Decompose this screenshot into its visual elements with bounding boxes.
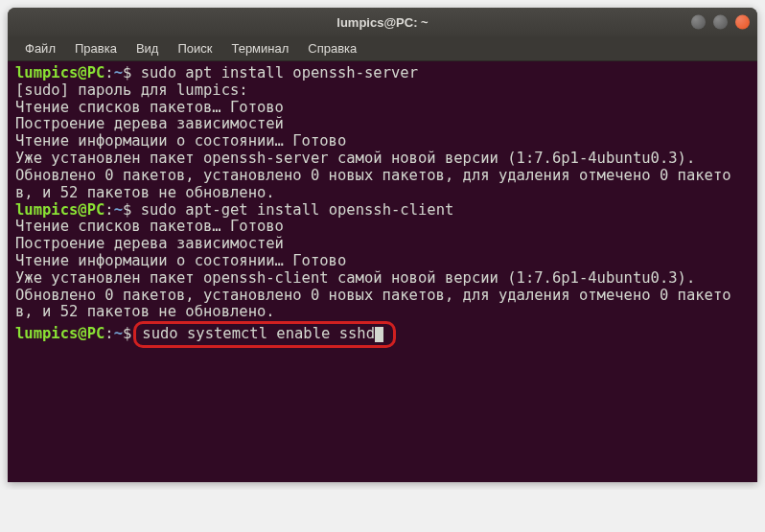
output-line: Обновлено 0 пакетов, установлено 0 новых… xyxy=(15,168,750,185)
prompt-line-1: lumpics@PC:~$ sudo apt install openssh-s… xyxy=(15,65,750,82)
prompt-path: ~ xyxy=(114,64,123,81)
menu-help[interactable]: Справка xyxy=(300,39,364,58)
prompt-path: ~ xyxy=(114,201,123,219)
window-controls xyxy=(691,15,750,30)
menu-view[interactable]: Вид xyxy=(128,39,167,58)
output-line: Построение дерева зависимостей xyxy=(15,236,750,253)
menu-file[interactable]: Файл xyxy=(17,39,63,58)
cursor-icon xyxy=(375,327,383,342)
minimize-button[interactable] xyxy=(691,15,706,30)
menubar: Файл Правка Вид Поиск Терминал Справка xyxy=(8,36,757,61)
prompt-line-2: lumpics@PC:~$ sudo apt-get install opens… xyxy=(15,202,750,220)
menu-edit[interactable]: Правка xyxy=(67,39,125,58)
prompt-line-3: lumpics@PC:~$sudo systemctl enable sshd xyxy=(15,321,750,348)
maximize-button[interactable] xyxy=(713,15,728,30)
command-text: sudo systemctl enable sshd xyxy=(142,325,375,342)
output-line: Чтение списков пакетов… Готово xyxy=(15,219,750,236)
terminal-output[interactable]: lumpics@PC:~$ sudo apt install openssh-s… xyxy=(8,61,757,482)
output-line: Уже установлен пакет openssh-server само… xyxy=(15,150,750,168)
prompt-path: ~ xyxy=(114,325,123,342)
prompt-user: lumpics@PC xyxy=(15,201,104,219)
output-line: Обновлено 0 пакетов, установлено 0 новых… xyxy=(15,288,750,305)
menu-terminal[interactable]: Терминал xyxy=(223,39,296,58)
prompt-user: lumpics@PC xyxy=(15,325,104,342)
titlebar: lumpics@PC: ~ xyxy=(8,8,757,36)
output-line: Чтение информации о состоянии… Готово xyxy=(15,133,750,150)
command-text: sudo apt install openssh-server xyxy=(141,64,418,81)
output-line: в, и 52 пакетов не обновлено. xyxy=(15,304,750,321)
window-title: lumpics@PC: ~ xyxy=(336,15,428,30)
output-line: Уже установлен пакет openssh-client само… xyxy=(15,270,750,288)
output-line: Построение дерева зависимостей xyxy=(15,116,750,133)
command-text: sudo apt-get install openssh-client xyxy=(141,201,454,219)
terminal-window: lumpics@PC: ~ Файл Правка Вид Поиск Терм… xyxy=(8,8,757,482)
menu-search[interactable]: Поиск xyxy=(170,39,220,58)
prompt-user: lumpics@PC xyxy=(15,64,104,81)
output-line: [sudo] пароль для lumpics: xyxy=(15,82,750,100)
highlighted-command: sudo systemctl enable sshd xyxy=(133,321,396,348)
output-line: Чтение списков пакетов… Готово xyxy=(15,100,750,117)
output-line: Чтение информации о состоянии… Готово xyxy=(15,253,750,270)
output-line: в, и 52 пакетов не обновлено. xyxy=(15,185,750,202)
close-button[interactable] xyxy=(735,15,750,30)
